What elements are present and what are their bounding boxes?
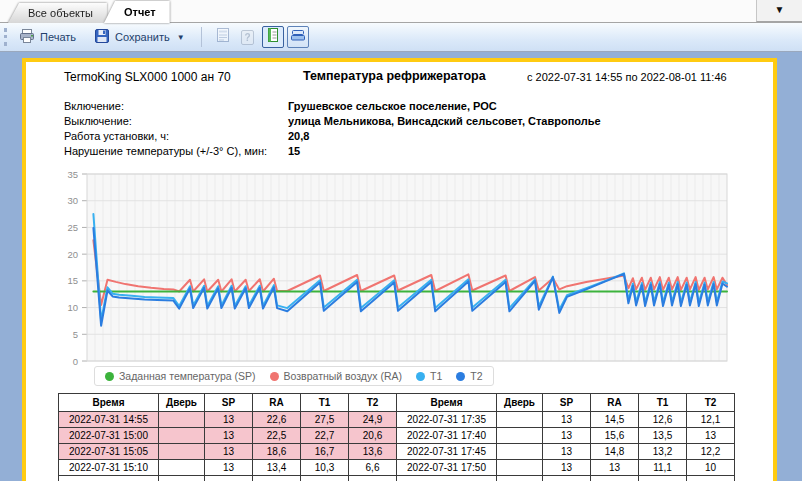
portrait-view-toggle[interactable] — [262, 26, 284, 48]
table-cell: 2022-07-31 15:10 — [59, 460, 159, 476]
print-button[interactable]: Печать — [13, 25, 82, 49]
chart-legend: Заданная температура (SP)Возвратный возд… — [94, 366, 494, 386]
legend-item: Возвратный воздух (RA) — [270, 370, 402, 382]
table-cell — [159, 476, 205, 481]
temperature-chart: 05101520253035 — [62, 165, 742, 370]
table-body: 2022-07-31 14:551322,627,524,92022-07-31… — [59, 412, 735, 481]
table-cell — [205, 476, 253, 481]
table-cell — [687, 476, 735, 481]
table-cell — [591, 476, 639, 481]
legend-label: Возвратный воздух (RA) — [284, 370, 402, 382]
table-row: 2022-07-31 15:001322,522,720,62022-07-31… — [59, 428, 735, 444]
help-button[interactable]: ? — [237, 26, 259, 48]
device-name: TermoKing SLX000 1000 ан 70 — [64, 70, 231, 84]
table-cell: 13 — [205, 428, 253, 444]
table-cell — [497, 460, 543, 476]
save-button-label: Сохранить — [115, 31, 170, 43]
report-settings-button[interactable] — [212, 26, 234, 48]
info-row-violation: Нарушение температуры (+/-3° С), мин:15 — [64, 145, 300, 157]
table-cell — [497, 428, 543, 444]
table-cell — [59, 476, 159, 481]
info-value: улица Мельникова, Винсадский сельсовет, … — [288, 115, 601, 127]
save-button[interactable]: Сохранить ▼ — [88, 25, 191, 49]
table-cell — [253, 476, 301, 481]
save-dropdown-arrow[interactable]: ▼ — [177, 33, 185, 42]
toolbar-grip-handle[interactable] — [4, 28, 7, 46]
table-cell: 13,6 — [349, 444, 397, 460]
table-header-cell: RA — [253, 394, 301, 412]
report-table: ВремяДверьSPRAT1T2ВремяДверьSPRAT1T2 202… — [58, 393, 735, 481]
tab-all-objects-label: Все объекты — [8, 3, 107, 23]
table-header-cell: T2 — [349, 394, 397, 412]
table-cell: 2022-07-31 17:40 — [397, 428, 497, 444]
table-cell: 24,9 — [349, 412, 397, 428]
table-cell: 13 — [205, 444, 253, 460]
tab-report[interactable]: Отчет — [104, 1, 170, 23]
toolbar-separator — [201, 27, 202, 47]
table-header-cell: T2 — [687, 394, 735, 412]
y-axis-tick-label: 5 — [73, 329, 78, 340]
legend-item: T2 — [456, 370, 482, 382]
info-value: 20,8 — [288, 130, 309, 142]
table-header-cell: Время — [59, 394, 159, 412]
y-axis-tick-label: 20 — [67, 249, 78, 260]
legend-label: Заданная температура (SP) — [119, 370, 256, 382]
report-viewport: TermoKing SLX000 1000 ан 70 Температура … — [0, 52, 802, 481]
green-document-icon — [265, 27, 281, 47]
table-header-cell: Дверь — [497, 394, 543, 412]
legend-label: T2 — [470, 370, 482, 382]
tab-strip: Все объекты Отчет ▼ — [0, 0, 802, 23]
y-axis-tick-label: 30 — [67, 195, 78, 206]
info-label: Нарушение температуры (+/-3° С), мин: — [64, 145, 288, 157]
table-cell: 12,2 — [687, 444, 735, 460]
table-cell: 22,6 — [253, 412, 301, 428]
print-button-label: Печать — [40, 31, 76, 43]
legend-dot-icon — [416, 372, 425, 381]
table-row: 2022-07-31 15:101313,410,36,62022-07-31 … — [59, 460, 735, 476]
table-cell: 22,5 — [253, 428, 301, 444]
table-cell: 16,7 — [301, 444, 349, 460]
help-question-icon: ? — [241, 30, 254, 45]
y-axis-tick-label: 10 — [67, 302, 78, 313]
toolbar: Печать Сохранить ▼ — [0, 23, 802, 52]
legend-dot-icon — [456, 372, 465, 381]
table-cell: 12,1 — [687, 412, 735, 428]
table-row — [59, 476, 735, 481]
table-cell: 13,2 — [639, 444, 687, 460]
table-cell: 13 — [543, 444, 591, 460]
table-cell: 11,1 — [639, 460, 687, 476]
table-cell — [301, 476, 349, 481]
table-cell — [159, 460, 205, 476]
tab-all-objects[interactable]: Все объекты — [8, 3, 107, 23]
table-cell: 6,6 — [349, 460, 397, 476]
table-cell: 15,6 — [591, 428, 639, 444]
table-cell: 13 — [205, 460, 253, 476]
chevron-down-icon: ▼ — [775, 4, 785, 15]
table-cell: 2022-07-31 17:45 — [397, 444, 497, 460]
table-cell — [159, 428, 205, 444]
printer-icon — [19, 28, 35, 46]
y-axis-tick-label: 15 — [67, 275, 78, 286]
table-cell — [543, 476, 591, 481]
app-window: Все объекты Отчет ▼ Печать — [0, 0, 802, 481]
table-cell: 13 — [543, 428, 591, 444]
table-header-cell: T1 — [639, 394, 687, 412]
table-cell: 13 — [687, 428, 735, 444]
table-cell: 10 — [687, 460, 735, 476]
table-header-cell: RA — [591, 394, 639, 412]
info-label: Включение: — [64, 100, 288, 112]
y-axis-tick-label: 25 — [67, 222, 78, 233]
report-period: с 2022-07-31 14:55 по 2022-08-01 11:46 — [527, 71, 727, 83]
tab-overflow-button[interactable]: ▼ — [756, 0, 802, 22]
table-cell: 2022-07-31 17:35 — [397, 412, 497, 428]
info-value: Грушевское сельское поселение, РОС — [288, 100, 497, 112]
table-cell: 13 — [543, 412, 591, 428]
table-cell: 2022-07-31 15:00 — [59, 428, 159, 444]
table-cell: 2022-07-31 17:50 — [397, 460, 497, 476]
table-cell: 18,6 — [253, 444, 301, 460]
table-cell: 13,4 — [253, 460, 301, 476]
table-cell: 12,6 — [639, 412, 687, 428]
table-row: 2022-07-31 15:051318,616,713,62022-07-31… — [59, 444, 735, 460]
landscape-view-toggle[interactable] — [287, 26, 309, 48]
table-header-cell: Дверь — [159, 394, 205, 412]
